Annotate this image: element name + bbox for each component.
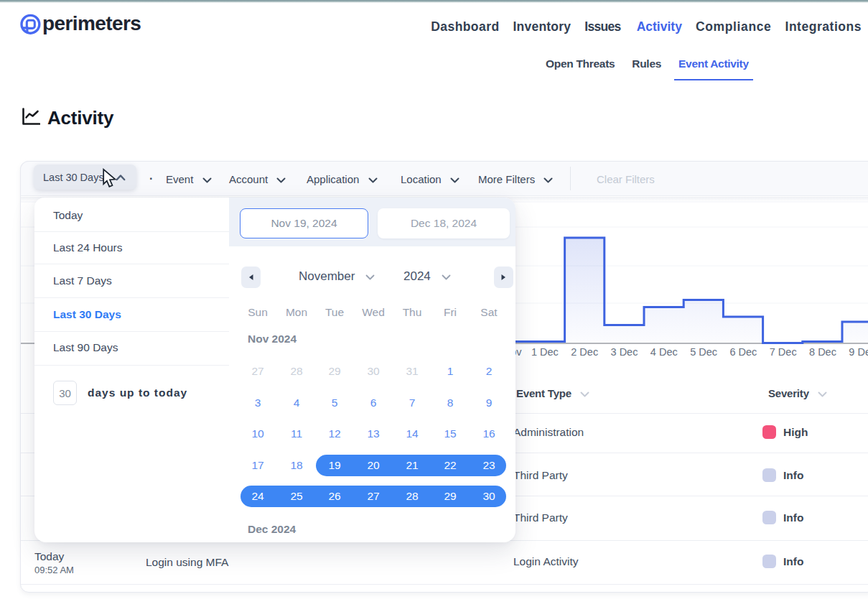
svg-text:3 Dec: 3 Dec [611, 346, 638, 358]
svg-text:6 Dec: 6 Dec [729, 346, 757, 358]
svg-text:1 Dec: 1 Dec [531, 346, 559, 358]
svg-text:2 Dec: 2 Dec [571, 346, 598, 358]
svg-text:4 Dec: 4 Dec [650, 346, 678, 358]
svg-text:9 Dec: 9 Dec [849, 346, 868, 358]
svg-text:5 Dec: 5 Dec [690, 346, 717, 358]
svg-text:8 Dec: 8 Dec [809, 346, 836, 358]
svg-text:7 Dec: 7 Dec [770, 346, 797, 358]
